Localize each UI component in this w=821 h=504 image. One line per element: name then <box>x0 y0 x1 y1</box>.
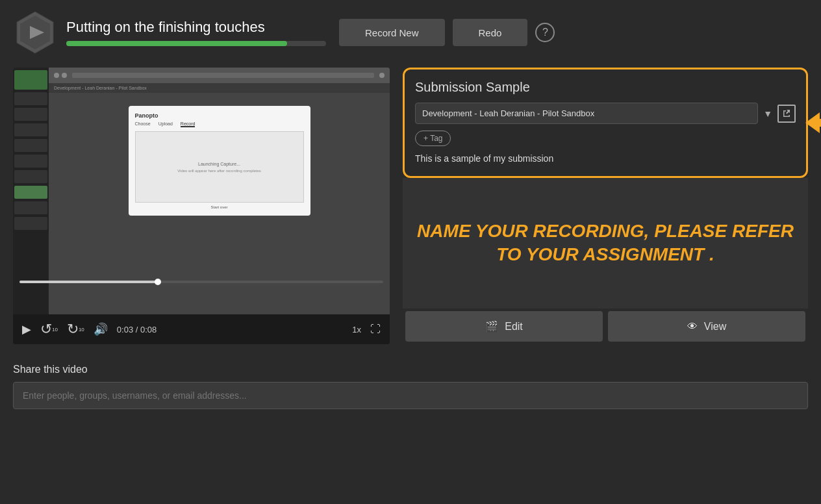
sim-dialog: Panopto Choose Upload Record Launching C… <box>129 106 310 216</box>
right-panel: Submission Sample Development - Leah Der… <box>403 68 808 344</box>
sim-record-area: Launching Capture... Video will appear h… <box>135 131 304 203</box>
video-inner: Development - Leah Deranian - Pilot Sand… <box>13 68 390 314</box>
submission-card: Submission Sample Development - Leah Der… <box>403 68 808 178</box>
view-icon: 👁 <box>687 321 698 333</box>
page-title: Putting on the finishing touches <box>66 19 326 36</box>
volume-button[interactable]: 🔊 <box>94 322 108 336</box>
seekbar-fill <box>19 281 158 283</box>
record-new-button[interactable]: Record New <box>339 19 445 46</box>
external-link-icon[interactable] <box>777 105 796 123</box>
view-button[interactable]: 👁 View <box>608 311 805 342</box>
video-thumbnail: Development - Leah Deranian - Pilot Sand… <box>13 68 390 314</box>
video-sidebar-sim <box>13 68 49 314</box>
instruction-area: NAME YOUR RECORDING, PLEASE REFER TO YOU… <box>403 178 808 309</box>
share-title: Share this video <box>13 364 808 375</box>
forward-button[interactable]: ↻10 <box>67 321 84 338</box>
main-content: Development - Leah Deranian - Pilot Sand… <box>0 68 821 344</box>
dropdown-arrow-icon: ▼ <box>763 108 772 119</box>
add-tag-button[interactable]: + Tag <box>415 131 451 146</box>
video-controls: ▶ ↺10 ↻10 🔊 0:03 / 0:08 1x ⛶ <box>13 314 390 344</box>
seekbar[interactable] <box>19 281 383 283</box>
view-label: View <box>704 321 726 333</box>
header: Putting on the finishing touches Record … <box>0 0 821 65</box>
redo-button[interactable]: Redo <box>453 19 528 46</box>
seekbar-container[interactable] <box>13 281 390 283</box>
help-icon[interactable]: ? <box>535 23 555 42</box>
current-time: 0:03 / 0:08 <box>117 325 157 334</box>
orange-arrow <box>805 112 821 133</box>
edit-label: Edit <box>505 321 523 333</box>
speed-badge[interactable]: 1x <box>352 325 361 334</box>
app-logo <box>13 10 57 55</box>
submission-title: Submission Sample <box>415 80 796 95</box>
action-buttons: 🎬 Edit 👁 View <box>403 309 808 344</box>
instruction-text: NAME YOUR RECORDING, PLEASE REFER TO YOU… <box>413 220 798 267</box>
fullscreen-button[interactable]: ⛶ <box>370 323 381 335</box>
video-main-sim: Development - Leah Deranian - Pilot Sand… <box>49 68 390 314</box>
play-button[interactable]: ▶ <box>22 322 31 336</box>
seekbar-thumb <box>155 279 161 285</box>
logo-container: Putting on the finishing touches <box>13 10 326 55</box>
sim-topbar <box>49 68 390 83</box>
folder-row: Development - Leah Deranian - Pilot Sand… <box>415 103 796 124</box>
header-buttons: Record New Redo ? <box>339 19 555 46</box>
progress-bar-fill <box>66 41 287 46</box>
header-title-section: Putting on the finishing touches <box>66 19 326 46</box>
rewind-button[interactable]: ↺10 <box>40 321 58 338</box>
edit-button[interactable]: 🎬 Edit <box>405 311 603 342</box>
submission-description: This is a sample of my submission <box>415 153 796 166</box>
video-player: Development - Leah Deranian - Pilot Sand… <box>13 68 390 344</box>
share-section: Share this video <box>0 353 821 420</box>
edit-icon: 🎬 <box>485 320 498 333</box>
folder-dropdown[interactable]: Development - Leah Deranian - Pilot Sand… <box>415 103 758 124</box>
card-arrow-wrapper: Submission Sample Development - Leah Der… <box>403 68 808 178</box>
share-input[interactable] <box>13 382 808 409</box>
sim-tabs: Choose Upload Record <box>135 121 304 127</box>
progress-bar <box>66 41 326 46</box>
video-section: Development - Leah Deranian - Pilot Sand… <box>13 68 390 344</box>
